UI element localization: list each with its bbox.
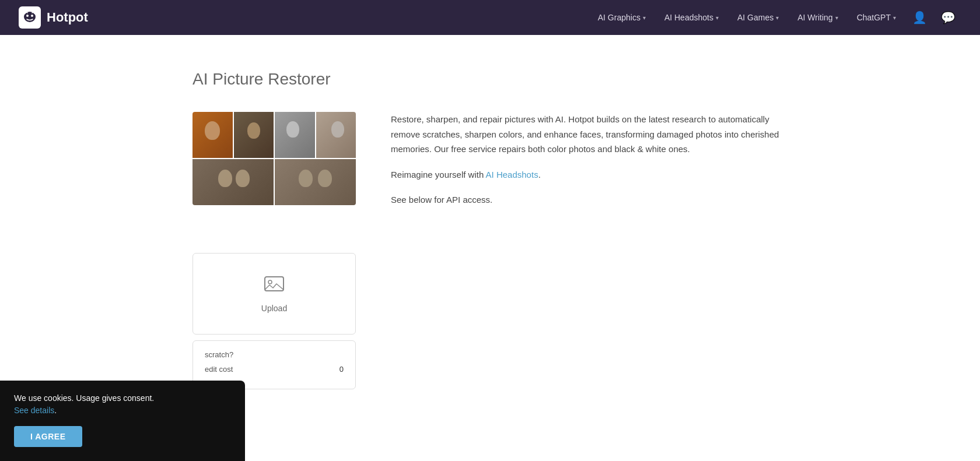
user-icon-button[interactable]: 👤 (907, 6, 933, 29)
nav-items: AI Graphics ▾ AI Headshots ▾ AI Games ▾ … (590, 6, 961, 29)
cookie-text: We use cookies. Usage gives consent. See… (14, 392, 231, 413)
description-para2-prefix: Reimagine yourself with (391, 170, 486, 180)
form-row-credit: edit cost 0 (205, 365, 344, 374)
nav-ai-headshots-label: AI Headshots (664, 13, 713, 22)
cookie-message: We use cookies. Usage gives consent. (14, 393, 154, 403)
description-para2: Reimagine yourself with AI Headshots. (391, 167, 788, 182)
nav-ai-graphics-chevron: ▾ (643, 15, 646, 21)
nav-ai-headshots[interactable]: AI Headshots ▾ (656, 8, 727, 27)
upload-icon (264, 275, 285, 298)
nav-ai-writing-chevron: ▾ (835, 15, 838, 21)
form-credit-value: 0 (340, 365, 344, 374)
nav-ai-games-chevron: ▾ (776, 15, 779, 21)
page-title: AI Picture Restorer (192, 70, 788, 89)
form-scratch-label: scratch? (205, 350, 233, 359)
chat-icon-button[interactable]: 💬 (935, 6, 961, 29)
nav-chatgpt[interactable]: ChatGPT ▾ (849, 8, 904, 27)
nav-chatgpt-label: ChatGPT (857, 13, 891, 22)
photo-cell-3 (275, 112, 315, 158)
svg-point-2 (26, 15, 29, 17)
form-credit-label: edit cost (205, 365, 233, 374)
description-para1: Restore, sharpen, and repair pictures wi… (391, 112, 788, 157)
ai-headshots-link[interactable]: AI Headshots (486, 170, 538, 180)
svg-rect-4 (265, 277, 284, 291)
logo-text: Hotpot (47, 10, 88, 25)
photo-cell-5 (192, 159, 274, 205)
photo-cell-1 (192, 112, 233, 158)
logo-link[interactable]: Hotpot (19, 6, 88, 29)
description-para2-suffix: . (538, 170, 541, 180)
logo-icon (19, 6, 41, 29)
upload-box[interactable]: Upload (192, 253, 356, 335)
description-para3: See below for API access. (391, 192, 788, 207)
cookie-banner: We use cookies. Usage gives consent. See… (0, 381, 245, 413)
photo-cell-6 (275, 159, 356, 205)
content-row: Restore, sharpen, and repair pictures wi… (192, 112, 788, 218)
nav-ai-games[interactable]: AI Games ▾ (729, 8, 787, 27)
nav-ai-writing-label: AI Writing (797, 13, 832, 22)
nav-ai-games-label: AI Games (737, 13, 774, 22)
svg-point-5 (268, 280, 272, 284)
nav-ai-writing[interactable]: AI Writing ▾ (789, 8, 846, 27)
tool-section: Upload scratch? edit cost 0 (192, 253, 554, 389)
description-block: Restore, sharpen, and repair pictures wi… (391, 112, 788, 218)
nav-ai-headshots-chevron: ▾ (716, 15, 719, 21)
nav-ai-graphics[interactable]: AI Graphics ▾ (590, 8, 654, 27)
nav-ai-graphics-label: AI Graphics (598, 13, 640, 22)
cookie-details-link[interactable]: See details (14, 406, 54, 413)
form-row-scratch: scratch? (205, 350, 344, 359)
photo-grid (192, 112, 356, 205)
photo-cell-4 (316, 112, 356, 158)
upload-label: Upload (261, 304, 287, 313)
nav-chatgpt-chevron: ▾ (893, 15, 896, 21)
photo-cell-2 (234, 112, 274, 158)
cookie-period: . (54, 406, 57, 413)
main-content: AI Picture Restorer (169, 35, 811, 413)
svg-point-3 (31, 15, 33, 17)
navbar: Hotpot AI Graphics ▾ AI Headshots ▾ AI G… (0, 0, 980, 35)
